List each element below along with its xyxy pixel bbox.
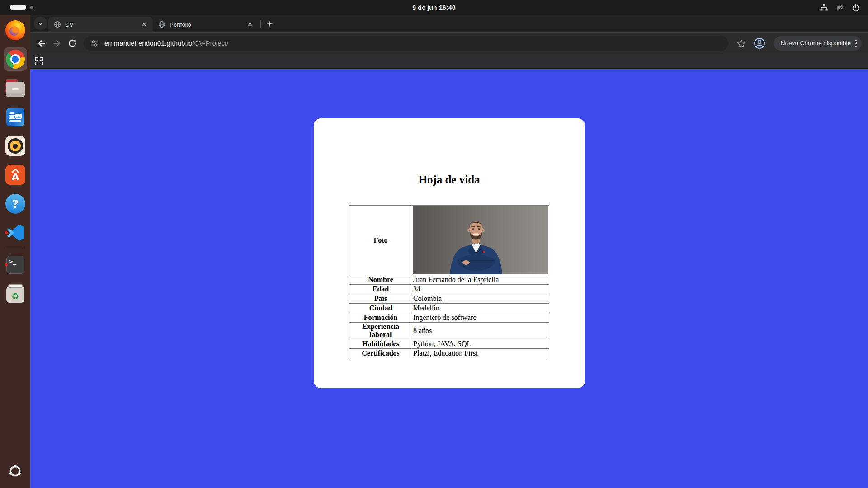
bookmark-button[interactable] [734, 36, 749, 51]
avatar-icon [754, 38, 765, 49]
row-value: 34 [412, 285, 549, 294]
table-row: País Colombia [349, 294, 549, 304]
row-label: Edad [349, 285, 412, 294]
url-host: emmanuelrendon01.github.io [104, 39, 192, 47]
table-row: Habilidades Python, JAVA, SQL [349, 339, 549, 349]
apps-grid-icon[interactable] [35, 57, 43, 65]
terminal-icon: >_ [6, 256, 24, 274]
chrome-update-button[interactable]: Nuevo Chrome disponible [774, 36, 862, 51]
globe-icon [158, 21, 165, 28]
close-icon [142, 22, 146, 27]
files-icon [6, 82, 25, 97]
row-label: País [349, 294, 412, 304]
top-bar: 9 de jun 16:40 [0, 0, 868, 15]
address-bar[interactable]: emmanuelrendon01.github.io/CV-Project/ [84, 36, 728, 51]
volume-muted-icon[interactable] [836, 4, 844, 11]
browser-window: CV Portfolio [30, 15, 868, 488]
table-row-photo: Foto [349, 206, 549, 275]
table-row: Experiencia laboral 8 años [349, 323, 549, 339]
dock-divider [7, 249, 24, 249]
arrow-left-icon [37, 39, 46, 48]
row-label: Formación [349, 313, 412, 323]
tab-close-button[interactable] [246, 20, 254, 28]
plus-icon [267, 21, 273, 27]
dock: A ? >_ ♻ [0, 15, 30, 488]
photo-cell [412, 206, 549, 275]
dock-item-help[interactable]: ? [4, 192, 27, 216]
tab-title: Portfolio [170, 21, 242, 28]
vscode-icon [6, 223, 25, 242]
tab-search-button[interactable] [34, 17, 47, 30]
close-icon [248, 22, 252, 27]
new-tab-button[interactable] [264, 18, 276, 30]
dock-item-trash[interactable]: ♻ [4, 282, 27, 305]
toolbar-right: Nuevo Chrome disponible [734, 36, 862, 51]
reload-icon [68, 39, 77, 48]
dock-item-chrome[interactable] [4, 47, 27, 71]
row-label: Nombre [349, 275, 412, 285]
row-label: Ciudad [349, 304, 412, 313]
row-value: Ingeniero de software [412, 313, 549, 323]
row-label: Experiencia laboral [349, 323, 412, 339]
globe-icon [54, 21, 61, 28]
tab-title: CV [65, 21, 136, 28]
chevron-down-icon [38, 20, 44, 27]
row-value: Juan Fernando de la Espriella [412, 275, 549, 285]
browser-toolbar: emmanuelrendon01.github.io/CV-Project/ N… [30, 32, 868, 54]
dock-item-terminal[interactable]: >_ [4, 253, 27, 277]
dock-item-firefox[interactable] [4, 19, 27, 42]
writer-icon [6, 108, 24, 126]
row-label: Habilidades [349, 339, 412, 349]
row-value: 8 años [412, 323, 549, 339]
rhythmbox-icon [5, 136, 25, 156]
site-settings-icon[interactable] [90, 39, 99, 47]
svg-text:A: A [11, 171, 19, 183]
cv-card: Hoja de vida Foto [314, 118, 585, 388]
tab-divider [260, 20, 261, 28]
help-icon: ? [5, 194, 25, 214]
table-row: Certificados Platzi, Education First [349, 349, 549, 358]
url-path: /CV-Project/ [192, 39, 228, 47]
trash-icon: ♻ [6, 286, 24, 303]
tab-cv[interactable]: CV [48, 17, 153, 32]
power-icon[interactable] [852, 4, 860, 12]
chrome-update-label: Nuevo Chrome disponible [781, 40, 851, 47]
profile-button[interactable] [752, 36, 767, 51]
forward-button[interactable] [49, 36, 65, 51]
table-row: Ciudad Medellín [349, 304, 549, 313]
clock[interactable]: 9 de jun 16:40 [0, 4, 868, 11]
back-button[interactable] [34, 36, 49, 51]
system-tray[interactable] [820, 4, 860, 12]
row-value: Platzi, Education First [412, 349, 549, 358]
dock-item-vscode[interactable] [4, 221, 27, 244]
arrow-right-icon [52, 39, 61, 48]
row-value: Python, JAVA, SQL [412, 339, 549, 349]
tab-close-button[interactable] [140, 20, 148, 28]
page-title: Hoja de vida [314, 118, 585, 186]
url-text[interactable]: emmanuelrendon01.github.io/CV-Project/ [104, 39, 228, 47]
kebab-menu-icon[interactable] [855, 39, 857, 47]
table-row: Nombre Juan Fernando de la Espriella [349, 275, 549, 285]
star-icon [736, 39, 746, 48]
show-apps-icon [7, 463, 24, 479]
reload-button[interactable] [65, 36, 80, 51]
tab-strip: CV Portfolio [30, 15, 868, 32]
network-icon[interactable] [820, 4, 828, 11]
bookmarks-bar [30, 54, 868, 69]
page-content: Hoja de vida Foto [30, 69, 868, 488]
firefox-icon [5, 20, 25, 40]
row-label: Foto [349, 206, 412, 275]
dock-item-libreoffice-writer[interactable] [4, 105, 27, 129]
profile-photo [413, 206, 548, 274]
software-icon: A [5, 165, 25, 185]
row-label: Certificados [349, 349, 412, 358]
row-value: Colombia [412, 294, 549, 304]
dock-item-rhythmbox[interactable] [4, 134, 27, 158]
table-row: Formación Ingeniero de software [349, 313, 549, 323]
cv-table: Foto [349, 205, 549, 358]
dock-item-files[interactable] [4, 76, 27, 100]
dock-item-ubuntu-software[interactable]: A [4, 163, 27, 187]
chrome-icon [6, 50, 25, 69]
tab-portfolio[interactable]: Portfolio [153, 17, 259, 32]
dock-item-show-apps[interactable] [4, 459, 27, 483]
